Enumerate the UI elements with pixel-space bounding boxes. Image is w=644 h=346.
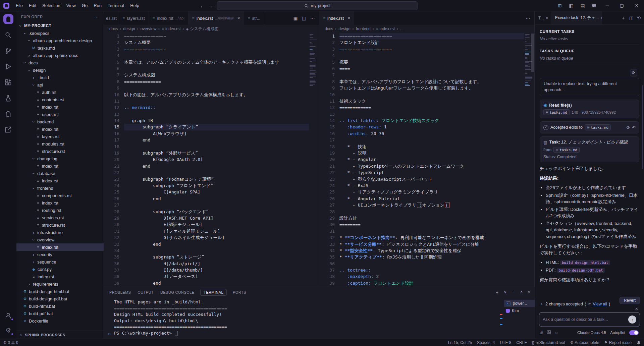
square-icon[interactable]: ▣ (293, 15, 298, 21)
minimap[interactable] (309, 33, 319, 287)
menu-go[interactable]: Go (79, 2, 91, 9)
tree-item-components-rst[interactable]: ≡components.rst (16, 192, 104, 199)
revert-button[interactable]: Revert (620, 297, 640, 304)
scrollbar-thumb[interactable] (531, 34, 534, 72)
kiro-logo-icon[interactable] (3, 14, 13, 24)
dismiss-changes-icon[interactable]: × (635, 306, 638, 311)
tree-item-modules-rst[interactable]: ≡modules.rst (16, 140, 104, 148)
close-panel-icon[interactable]: × (527, 289, 530, 295)
tree-item-album-app-sphinx-docs[interactable]: ›album-app-sphinx-docs (16, 52, 104, 59)
tree-item-backend[interactable]: ›backend (16, 118, 104, 125)
tree-item-dockerfile[interactable]: ≋Dockerfile (16, 317, 104, 325)
autopilot-toggle[interactable] (629, 330, 639, 335)
file-chip[interactable]: ≡tasks.md (543, 109, 570, 115)
account-icon[interactable] (3, 310, 13, 321)
breadcrumb-item[interactable]: overview (141, 26, 156, 31)
settings-icon[interactable]: ⚙ (3, 325, 13, 335)
forward-icon[interactable]: → (208, 3, 213, 9)
maximize-panel-icon[interactable]: ∧ (520, 289, 523, 295)
menu-edit[interactable]: Edit (26, 2, 39, 9)
tree-item-my-project[interactable]: ›MY-PROJECT (16, 22, 104, 30)
panel-more-icon[interactable]: ⋯ (511, 289, 516, 295)
split-icon[interactable]: ◫ (302, 15, 306, 21)
attach-image-icon[interactable] (547, 330, 551, 335)
kiro-tab-execute-task-12[interactable]: Execute task: 12. チェ...× (552, 11, 602, 24)
panel-tab-problems[interactable]: PROBLEMS (109, 289, 131, 295)
breadcrumb-item[interactable]: ◈システム構成図 (186, 26, 218, 32)
status-autocomplete[interactable]: ⊘Autocomplete (570, 340, 599, 345)
context-hash-icon[interactable]: # (540, 330, 543, 335)
tree-item-build-design-html-bat[interactable]: ⚙build-design-html.bat (16, 288, 104, 295)
panel-left-icon[interactable]: ◧ (566, 0, 577, 11)
tree-item-index-rst[interactable]: ≡index.rst (16, 273, 104, 280)
tree-item-structure-rst[interactable]: ≡structure.rst (16, 221, 104, 229)
tree-item-auth-rst[interactable]: ≡auth.rst (16, 89, 104, 96)
tree-item-sequence[interactable]: ›sequence (16, 258, 104, 266)
send-button[interactable]: ↑ (628, 315, 636, 324)
tree-item-index-rst[interactable]: ≡index.rst (16, 177, 104, 184)
kiro-tab-t[interactable]: T...× (535, 11, 552, 24)
panel-tab-output[interactable]: OUTPUT (137, 289, 154, 295)
menu-view[interactable]: View (63, 2, 79, 9)
explorer-more-actions-icon[interactable]: ⋯ (94, 14, 99, 19)
panel-tab-terminal[interactable]: TERMINAL (200, 289, 227, 296)
close-tab-icon[interactable]: × (601, 16, 602, 20)
more-icon[interactable]: ⋯ (526, 15, 530, 21)
editor-tab-str[interactable]: ≡str... (244, 11, 265, 25)
chat-icon[interactable] (588, 0, 600, 11)
menu-terminal[interactable]: Terminal (105, 2, 127, 9)
tree-item-docs[interactable]: ›docs (16, 59, 104, 66)
terminal-instance-kiro[interactable]: Kiro (504, 307, 535, 314)
notifications-bell-icon[interactable] (637, 341, 641, 345)
editor-tab-layers-rst[interactable]: ≡layers.rst (119, 11, 149, 25)
tree-item-build-html-bat[interactable]: ⚙build-html.bat (16, 302, 104, 310)
rerun-icon[interactable]: ⟳ (626, 125, 630, 130)
close-tab-icon[interactable]: × (237, 15, 240, 21)
panel-tab-debug-console[interactable]: DEBUG CONSOLE (160, 289, 195, 295)
menu-help[interactable]: Help (127, 2, 142, 9)
editor-tab-index-rst[interactable]: ≡index.rst× (319, 11, 354, 25)
code-lines[interactable]: ================システム概要================ 本… (124, 33, 309, 287)
tree-item-build-design-pdf-bat[interactable]: ⚙build-design-pdf.bat (16, 295, 104, 302)
editor-tab-es-rst[interactable]: es.rst (104, 11, 119, 25)
breadcrumb-item[interactable]: ≡index.rst (162, 26, 180, 31)
extensions-icon[interactable] (3, 77, 13, 87)
more-icon[interactable]: ⋯ (310, 15, 315, 21)
terminal-output[interactable]: The HTML pages are in _build/html.======… (104, 298, 499, 339)
breadcrumb-item[interactable]: design (338, 26, 350, 31)
panel-layout-icon[interactable]: ▤ (577, 0, 588, 11)
model-selector[interactable]: Claude Opus 4.5 (577, 331, 606, 335)
back-icon[interactable]: ← (200, 3, 205, 9)
close-tab-icon[interactable]: × (546, 16, 548, 20)
close-button[interactable]: × (629, 0, 644, 11)
file-chip[interactable]: ≡tasks.md (553, 147, 580, 153)
undo-icon[interactable]: ↶ (632, 125, 636, 130)
chat-input[interactable]: Ask a question or describe a task... ↑ (539, 312, 640, 327)
tree-item-tasks-md[interactable]: Mtasks.md (16, 44, 104, 52)
tree-item-build-pdf-bat[interactable]: ⚙build-pdf.bat (16, 310, 104, 317)
terminal-instance-power[interactable]: >_power... (504, 300, 535, 307)
tree-item-overview[interactable]: ›overview (16, 236, 104, 243)
open-in-editor-icon[interactable]: ◫ (629, 15, 633, 20)
status-restructuredtext[interactable]: {}reStructuredText (532, 340, 565, 345)
tree-item-album-app-architecture-design[interactable]: ›album-app-architecture-design (16, 37, 104, 44)
tree-item-requirements[interactable]: ›requirements (16, 280, 104, 288)
run-debug-icon[interactable] (3, 61, 13, 71)
view-all-link[interactable]: View all (593, 302, 607, 306)
tree-item-security[interactable]: ›security (16, 251, 104, 258)
tree-item-contents-rst[interactable]: ≡contents.rst (16, 96, 104, 103)
status-crlf[interactable]: CRLF (516, 340, 527, 345)
history-icon[interactable]: ⟲ (637, 15, 641, 20)
search-icon[interactable] (3, 30, 13, 40)
tree-item-kiro-specs[interactable]: ›.kiro\specs (16, 30, 104, 37)
breadcrumb-item[interactable]: ... (400, 26, 404, 31)
chat-scrollbar[interactable] (642, 85, 643, 169)
status-report-issue[interactable]: ⚑Report issue (604, 340, 632, 345)
tree-item-index-rst[interactable]: ≡index.rst (16, 125, 104, 133)
tree-item-structure-rst[interactable]: ≡structure.rst (16, 148, 104, 155)
status-spaces-4[interactable]: Spaces: 4 (477, 340, 495, 345)
tree-item-layers-rst[interactable]: ≡layers.rst (16, 133, 104, 140)
breadcrumb-item[interactable]: docs (325, 26, 333, 31)
tree-item-index-rst[interactable]: ≡index.rst (16, 243, 104, 251)
maximize-button[interactable]: ▢ (614, 0, 629, 11)
